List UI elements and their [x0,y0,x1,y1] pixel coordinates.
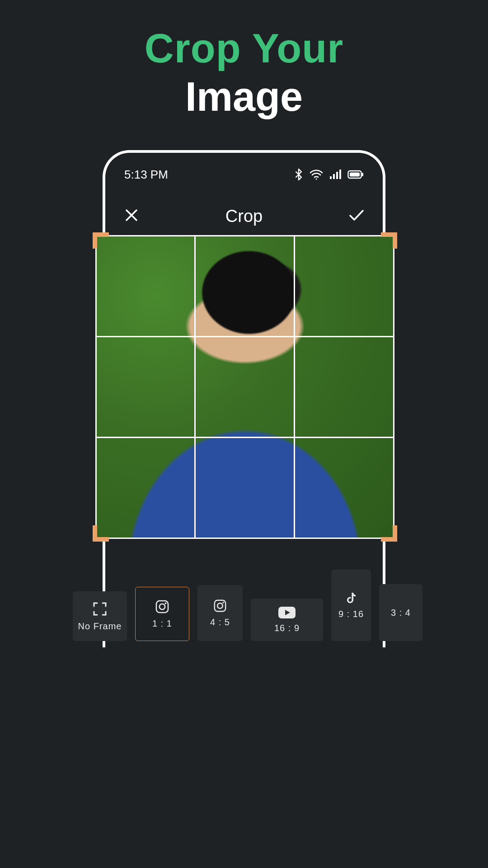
confirm-button[interactable] [346,205,367,227]
tiktok-icon [346,592,357,604]
status-bar: 5:13 PM [105,165,383,184]
wifi-icon [310,169,323,180]
status-icons [294,168,364,181]
svg-rect-2 [333,174,335,179]
promo-headline-line2: Image [59,75,429,119]
promo-headline: Crop Your Image [59,27,429,119]
svg-rect-6 [362,173,363,176]
svg-rect-10 [156,601,168,613]
crop-handle-bottom-left[interactable] [93,525,109,542]
photo-preview [95,235,394,539]
close-icon [125,208,138,224]
svg-point-12 [165,602,167,604]
svg-rect-4 [339,170,341,179]
appbar-title: Crop [105,207,383,226]
svg-point-0 [315,178,317,179]
ratio-label: 16 : 9 [274,623,300,633]
promo-stage: Crop Your Image 5:13 PM [59,0,429,647]
instagram-icon [213,599,227,613]
ratio-option-16-9[interactable]: 16 : 9 [251,599,323,641]
ratio-option-3-4[interactable]: 3 : 4 [379,584,422,641]
instagram-icon [155,599,169,614]
ratio-label: 3 : 4 [391,608,411,618]
ratio-label: 4 : 5 [210,617,230,627]
ratio-label: 9 : 16 [338,609,364,619]
ratio-option-4-5[interactable]: 4 : 5 [197,585,243,641]
aspect-ratio-strip: No Frame 1 : 1 4 : 5 [73,560,434,641]
bluetooth-icon [294,168,303,181]
close-button[interactable] [121,205,142,227]
crop-handle-top-right[interactable] [381,232,397,249]
ratio-option-no-frame[interactable]: No Frame [73,591,127,641]
crop-handle-top-left[interactable] [93,232,109,249]
ratio-label: No Frame [78,621,122,632]
svg-point-14 [217,603,223,609]
signal-icon [329,170,341,179]
svg-rect-13 [215,600,225,611]
crop-handle-bottom-right[interactable] [381,525,397,542]
svg-point-15 [222,602,224,604]
battery-icon [347,170,364,179]
ratio-option-9-16[interactable]: 9 : 16 [331,570,371,641]
status-time: 5:13 PM [124,168,168,182]
grid-line-vertical [194,235,196,539]
promo-headline-line1: Crop Your [59,27,429,70]
check-icon [349,209,364,223]
grid-line-horizontal [95,437,394,438]
ratio-label: 1 : 1 [152,618,172,629]
fullscreen-icon [92,601,108,617]
svg-rect-3 [336,172,338,179]
grid-line-vertical [294,235,295,539]
grid-line-horizontal [95,336,394,337]
ratio-option-1-1[interactable]: 1 : 1 [135,587,189,641]
svg-rect-1 [330,176,332,179]
svg-rect-7 [350,173,360,177]
svg-point-11 [160,604,165,609]
crop-app-bar: Crop [105,198,383,234]
crop-area[interactable] [95,235,394,539]
youtube-icon [278,607,296,618]
